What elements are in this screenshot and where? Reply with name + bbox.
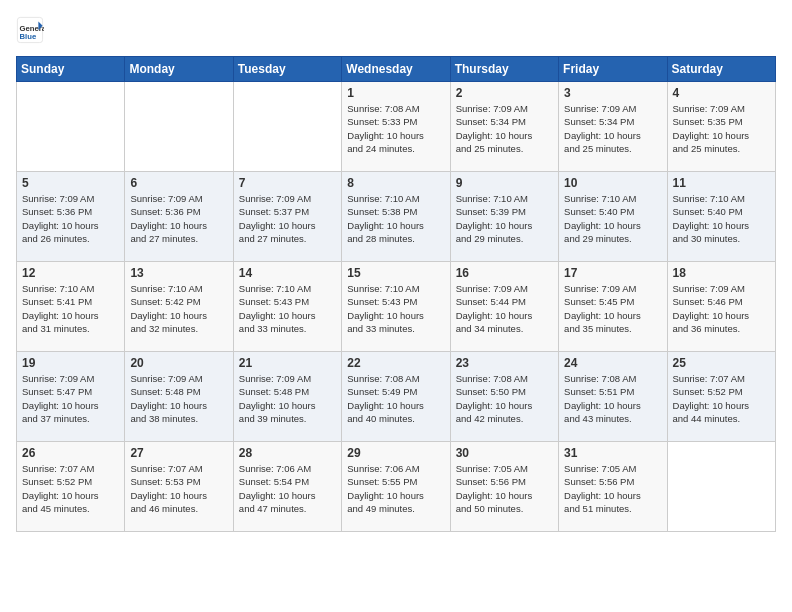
day-info: Sunrise: 7:10 AMSunset: 5:40 PMDaylight:… <box>673 192 770 245</box>
header-thursday: Thursday <box>450 57 558 82</box>
calendar-table: SundayMondayTuesdayWednesdayThursdayFrid… <box>16 56 776 532</box>
calendar-cell <box>125 82 233 172</box>
day-number: 25 <box>673 356 770 370</box>
calendar-cell: 23Sunrise: 7:08 AMSunset: 5:50 PMDayligh… <box>450 352 558 442</box>
week-row-4: 19Sunrise: 7:09 AMSunset: 5:47 PMDayligh… <box>17 352 776 442</box>
calendar-cell <box>17 82 125 172</box>
calendar-cell: 24Sunrise: 7:08 AMSunset: 5:51 PMDayligh… <box>559 352 667 442</box>
day-number: 12 <box>22 266 119 280</box>
day-info: Sunrise: 7:08 AMSunset: 5:51 PMDaylight:… <box>564 372 661 425</box>
day-number: 6 <box>130 176 227 190</box>
calendar-cell: 29Sunrise: 7:06 AMSunset: 5:55 PMDayligh… <box>342 442 450 532</box>
calendar-cell: 25Sunrise: 7:07 AMSunset: 5:52 PMDayligh… <box>667 352 775 442</box>
day-info: Sunrise: 7:06 AMSunset: 5:54 PMDaylight:… <box>239 462 336 515</box>
day-number: 5 <box>22 176 119 190</box>
day-number: 9 <box>456 176 553 190</box>
calendar-cell: 4Sunrise: 7:09 AMSunset: 5:35 PMDaylight… <box>667 82 775 172</box>
header-wednesday: Wednesday <box>342 57 450 82</box>
calendar-cell: 11Sunrise: 7:10 AMSunset: 5:40 PMDayligh… <box>667 172 775 262</box>
day-number: 31 <box>564 446 661 460</box>
calendar-cell: 22Sunrise: 7:08 AMSunset: 5:49 PMDayligh… <box>342 352 450 442</box>
day-number: 21 <box>239 356 336 370</box>
weekday-header-row: SundayMondayTuesdayWednesdayThursdayFrid… <box>17 57 776 82</box>
day-number: 2 <box>456 86 553 100</box>
day-info: Sunrise: 7:10 AMSunset: 5:40 PMDaylight:… <box>564 192 661 245</box>
day-number: 18 <box>673 266 770 280</box>
day-number: 11 <box>673 176 770 190</box>
calendar-cell: 13Sunrise: 7:10 AMSunset: 5:42 PMDayligh… <box>125 262 233 352</box>
day-info: Sunrise: 7:09 AMSunset: 5:47 PMDaylight:… <box>22 372 119 425</box>
day-info: Sunrise: 7:07 AMSunset: 5:52 PMDaylight:… <box>673 372 770 425</box>
day-number: 4 <box>673 86 770 100</box>
day-number: 29 <box>347 446 444 460</box>
day-info: Sunrise: 7:07 AMSunset: 5:52 PMDaylight:… <box>22 462 119 515</box>
calendar-cell: 5Sunrise: 7:09 AMSunset: 5:36 PMDaylight… <box>17 172 125 262</box>
day-info: Sunrise: 7:08 AMSunset: 5:33 PMDaylight:… <box>347 102 444 155</box>
calendar-cell: 21Sunrise: 7:09 AMSunset: 5:48 PMDayligh… <box>233 352 341 442</box>
header-sunday: Sunday <box>17 57 125 82</box>
day-info: Sunrise: 7:10 AMSunset: 5:38 PMDaylight:… <box>347 192 444 245</box>
day-info: Sunrise: 7:06 AMSunset: 5:55 PMDaylight:… <box>347 462 444 515</box>
day-info: Sunrise: 7:09 AMSunset: 5:48 PMDaylight:… <box>239 372 336 425</box>
calendar-cell: 30Sunrise: 7:05 AMSunset: 5:56 PMDayligh… <box>450 442 558 532</box>
day-info: Sunrise: 7:08 AMSunset: 5:49 PMDaylight:… <box>347 372 444 425</box>
day-info: Sunrise: 7:10 AMSunset: 5:43 PMDaylight:… <box>239 282 336 335</box>
logo: General Blue <box>16 16 48 44</box>
day-info: Sunrise: 7:09 AMSunset: 5:36 PMDaylight:… <box>130 192 227 245</box>
calendar-cell: 31Sunrise: 7:05 AMSunset: 5:56 PMDayligh… <box>559 442 667 532</box>
calendar-cell: 20Sunrise: 7:09 AMSunset: 5:48 PMDayligh… <box>125 352 233 442</box>
day-number: 8 <box>347 176 444 190</box>
week-row-2: 5Sunrise: 7:09 AMSunset: 5:36 PMDaylight… <box>17 172 776 262</box>
day-info: Sunrise: 7:10 AMSunset: 5:41 PMDaylight:… <box>22 282 119 335</box>
day-number: 30 <box>456 446 553 460</box>
calendar-cell <box>667 442 775 532</box>
day-info: Sunrise: 7:09 AMSunset: 5:46 PMDaylight:… <box>673 282 770 335</box>
day-number: 7 <box>239 176 336 190</box>
week-row-5: 26Sunrise: 7:07 AMSunset: 5:52 PMDayligh… <box>17 442 776 532</box>
calendar-cell: 14Sunrise: 7:10 AMSunset: 5:43 PMDayligh… <box>233 262 341 352</box>
day-info: Sunrise: 7:05 AMSunset: 5:56 PMDaylight:… <box>564 462 661 515</box>
calendar-cell: 18Sunrise: 7:09 AMSunset: 5:46 PMDayligh… <box>667 262 775 352</box>
day-number: 24 <box>564 356 661 370</box>
day-info: Sunrise: 7:09 AMSunset: 5:34 PMDaylight:… <box>564 102 661 155</box>
day-number: 27 <box>130 446 227 460</box>
week-row-1: 1Sunrise: 7:08 AMSunset: 5:33 PMDaylight… <box>17 82 776 172</box>
calendar-cell: 3Sunrise: 7:09 AMSunset: 5:34 PMDaylight… <box>559 82 667 172</box>
day-number: 23 <box>456 356 553 370</box>
calendar-cell: 19Sunrise: 7:09 AMSunset: 5:47 PMDayligh… <box>17 352 125 442</box>
calendar-cell: 28Sunrise: 7:06 AMSunset: 5:54 PMDayligh… <box>233 442 341 532</box>
day-info: Sunrise: 7:10 AMSunset: 5:39 PMDaylight:… <box>456 192 553 245</box>
day-number: 22 <box>347 356 444 370</box>
day-info: Sunrise: 7:09 AMSunset: 5:36 PMDaylight:… <box>22 192 119 245</box>
calendar-cell: 12Sunrise: 7:10 AMSunset: 5:41 PMDayligh… <box>17 262 125 352</box>
header-monday: Monday <box>125 57 233 82</box>
calendar-cell: 6Sunrise: 7:09 AMSunset: 5:36 PMDaylight… <box>125 172 233 262</box>
calendar-cell: 8Sunrise: 7:10 AMSunset: 5:38 PMDaylight… <box>342 172 450 262</box>
day-info: Sunrise: 7:09 AMSunset: 5:35 PMDaylight:… <box>673 102 770 155</box>
day-info: Sunrise: 7:10 AMSunset: 5:42 PMDaylight:… <box>130 282 227 335</box>
day-number: 20 <box>130 356 227 370</box>
day-info: Sunrise: 7:07 AMSunset: 5:53 PMDaylight:… <box>130 462 227 515</box>
header-saturday: Saturday <box>667 57 775 82</box>
logo-icon: General Blue <box>16 16 44 44</box>
calendar-cell: 2Sunrise: 7:09 AMSunset: 5:34 PMDaylight… <box>450 82 558 172</box>
calendar-cell: 16Sunrise: 7:09 AMSunset: 5:44 PMDayligh… <box>450 262 558 352</box>
header-friday: Friday <box>559 57 667 82</box>
week-row-3: 12Sunrise: 7:10 AMSunset: 5:41 PMDayligh… <box>17 262 776 352</box>
calendar-cell: 27Sunrise: 7:07 AMSunset: 5:53 PMDayligh… <box>125 442 233 532</box>
calendar-cell: 15Sunrise: 7:10 AMSunset: 5:43 PMDayligh… <box>342 262 450 352</box>
day-number: 10 <box>564 176 661 190</box>
day-info: Sunrise: 7:09 AMSunset: 5:37 PMDaylight:… <box>239 192 336 245</box>
day-number: 13 <box>130 266 227 280</box>
day-number: 15 <box>347 266 444 280</box>
day-number: 3 <box>564 86 661 100</box>
day-info: Sunrise: 7:09 AMSunset: 5:34 PMDaylight:… <box>456 102 553 155</box>
header-tuesday: Tuesday <box>233 57 341 82</box>
page-header: General Blue <box>16 16 776 44</box>
calendar-cell: 9Sunrise: 7:10 AMSunset: 5:39 PMDaylight… <box>450 172 558 262</box>
calendar-cell: 7Sunrise: 7:09 AMSunset: 5:37 PMDaylight… <box>233 172 341 262</box>
svg-text:Blue: Blue <box>20 32 37 41</box>
calendar-cell: 1Sunrise: 7:08 AMSunset: 5:33 PMDaylight… <box>342 82 450 172</box>
day-number: 28 <box>239 446 336 460</box>
calendar-cell: 26Sunrise: 7:07 AMSunset: 5:52 PMDayligh… <box>17 442 125 532</box>
